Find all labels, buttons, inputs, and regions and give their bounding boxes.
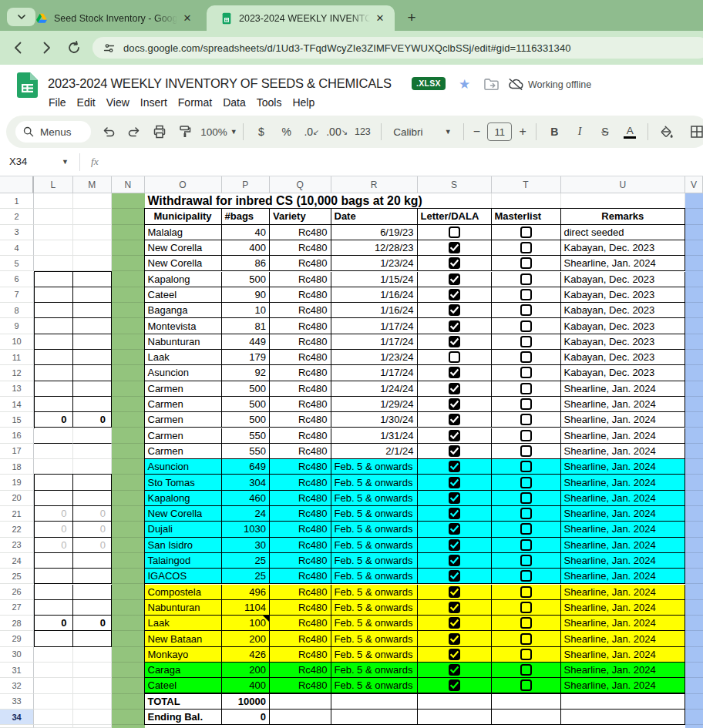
cell-R2[interactable]: Date bbox=[331, 209, 418, 224]
cell-M3[interactable] bbox=[73, 225, 113, 240]
cell-S32[interactable] bbox=[418, 678, 492, 693]
row-header-19[interactable]: 19 bbox=[0, 475, 34, 490]
cell-S11[interactable] bbox=[418, 350, 492, 365]
cell-P5[interactable]: 86 bbox=[222, 256, 271, 271]
cell-Q10[interactable]: Rc480 bbox=[270, 334, 331, 350]
cell-L29[interactable] bbox=[34, 631, 73, 646]
bold-button[interactable]: B bbox=[542, 126, 567, 138]
masterlist-checkbox[interactable] bbox=[520, 414, 532, 425]
cell-U34[interactable] bbox=[561, 710, 686, 725]
cell-L9[interactable] bbox=[34, 318, 73, 334]
masterlist-checkbox[interactable] bbox=[520, 508, 532, 519]
row-header-2[interactable]: 2 bbox=[0, 209, 34, 224]
menu-format[interactable]: Format bbox=[173, 96, 217, 112]
cell-S3[interactable] bbox=[418, 225, 492, 240]
cell-P10[interactable]: 449 bbox=[222, 334, 271, 350]
cell-S34[interactable] bbox=[418, 710, 492, 725]
cell-L21[interactable]: 0 bbox=[34, 506, 73, 522]
cell-T4[interactable] bbox=[492, 240, 561, 256]
empty-cell[interactable] bbox=[492, 193, 561, 209]
cell-T24[interactable] bbox=[492, 553, 561, 569]
cell-O13[interactable]: Carmen bbox=[145, 381, 222, 397]
cell-O16[interactable]: Carmen bbox=[145, 428, 222, 444]
cell-O34[interactable]: Ending Bal. bbox=[145, 710, 222, 725]
cell-S27[interactable] bbox=[418, 600, 492, 616]
row-header-21[interactable]: 21 bbox=[0, 506, 34, 522]
cell-L5[interactable] bbox=[34, 256, 73, 271]
cell-P26[interactable]: 496 bbox=[222, 585, 271, 600]
cell-M12[interactable] bbox=[73, 365, 113, 381]
cell-M9[interactable] bbox=[73, 318, 113, 334]
cell-P19[interactable]: 304 bbox=[222, 475, 271, 490]
masterlist-checkbox[interactable] bbox=[520, 273, 532, 285]
masterlist-checkbox[interactable] bbox=[520, 586, 532, 598]
cell-P12[interactable]: 92 bbox=[222, 365, 271, 381]
cell-R31[interactable]: Feb. 5 & onwards bbox=[331, 663, 418, 678]
cell-Q28[interactable]: Rc480 bbox=[270, 616, 331, 631]
cell-P23[interactable]: 30 bbox=[222, 538, 271, 553]
row-header-27[interactable]: 27 bbox=[0, 600, 34, 616]
cell-S16[interactable] bbox=[418, 428, 492, 444]
empty-cell[interactable] bbox=[561, 193, 686, 209]
star-icon[interactable]: ★ bbox=[459, 76, 470, 92]
cell-U22[interactable]: Shearline, Jan. 2024 bbox=[561, 522, 686, 537]
cell-O3[interactable]: Malalag bbox=[145, 225, 222, 240]
row-header-6[interactable]: 6 bbox=[0, 272, 34, 287]
cell-T32[interactable] bbox=[492, 678, 561, 693]
cell-Q29[interactable]: Rc480 bbox=[270, 631, 331, 646]
browser-tab-inactive[interactable]: Seed Stock Inventory - Google D ✕ bbox=[28, 5, 199, 31]
cell-P29[interactable]: 200 bbox=[222, 631, 271, 646]
cell-P14[interactable]: 500 bbox=[222, 397, 271, 412]
cell-R12[interactable]: 1/17/24 bbox=[331, 365, 418, 381]
cell-U32[interactable]: Shearline, Jan. 2024 bbox=[561, 678, 686, 693]
column-header-V[interactable]: V bbox=[685, 176, 703, 193]
cell-O21[interactable]: New Corella bbox=[145, 506, 222, 522]
cell-R18[interactable]: Feb. 5 & onwards bbox=[331, 459, 418, 475]
cell-P17[interactable]: 550 bbox=[222, 444, 271, 459]
cell-M34[interactable] bbox=[73, 710, 113, 725]
cell-R4[interactable]: 12/28/23 bbox=[331, 240, 418, 256]
cell-R23[interactable]: Feb. 5 & onwards bbox=[331, 538, 418, 553]
name-box-caret-icon[interactable]: ▼ bbox=[62, 158, 69, 166]
cell-O7[interactable]: Cateel bbox=[145, 287, 222, 303]
tab-close-icon[interactable]: ✕ bbox=[180, 12, 194, 25]
cell-R21[interactable]: Feb. 5 & onwards bbox=[331, 506, 418, 522]
name-box[interactable]: X34 bbox=[9, 156, 27, 167]
letter-dala-checkbox[interactable] bbox=[449, 679, 460, 691]
cell-O29[interactable]: New Bataan bbox=[145, 631, 222, 646]
cell-L6[interactable] bbox=[34, 272, 73, 287]
cell-L14[interactable] bbox=[34, 397, 73, 412]
font-family-select[interactable]: Calibri▼ bbox=[388, 126, 456, 138]
cell-S19[interactable] bbox=[418, 475, 492, 490]
cell-T28[interactable] bbox=[492, 616, 561, 631]
increase-decimal-button[interactable]: .00↘ bbox=[325, 126, 350, 138]
cell-O8[interactable]: Baganga bbox=[145, 303, 222, 318]
masterlist-checkbox[interactable] bbox=[520, 523, 532, 535]
cell-Q18[interactable]: Rc480 bbox=[270, 459, 331, 475]
cell-S21[interactable] bbox=[418, 506, 492, 522]
cell-L30[interactable] bbox=[34, 647, 73, 663]
cell-M33[interactable] bbox=[73, 694, 113, 710]
letter-dala-checkbox[interactable] bbox=[449, 242, 460, 253]
cell-R34[interactable] bbox=[331, 710, 418, 725]
forward-icon[interactable] bbox=[39, 40, 54, 55]
cell-Q16[interactable]: Rc480 bbox=[270, 428, 331, 444]
cell-L12[interactable] bbox=[34, 365, 73, 381]
formula-input[interactable] bbox=[108, 153, 694, 171]
menu-tools[interactable]: Tools bbox=[251, 96, 288, 112]
row-header-5[interactable]: 5 bbox=[0, 256, 34, 271]
cell-S7[interactable] bbox=[418, 287, 492, 303]
cell-Q33[interactable] bbox=[270, 694, 331, 710]
letter-dala-checkbox[interactable] bbox=[449, 304, 460, 316]
masterlist-checkbox[interactable] bbox=[520, 570, 532, 582]
cell-U14[interactable]: Shearline, Jan. 2024 bbox=[561, 397, 686, 412]
cell-T13[interactable] bbox=[492, 381, 561, 397]
cell-T34[interactable] bbox=[492, 710, 561, 725]
cell-Q2[interactable]: Variety bbox=[270, 209, 331, 224]
cell-S10[interactable] bbox=[418, 334, 492, 350]
cell-P33[interactable]: 10000 bbox=[222, 694, 271, 710]
row-header-12[interactable]: 12 bbox=[0, 365, 34, 381]
cell-O30[interactable]: Monkayo bbox=[145, 647, 222, 663]
cell-T18[interactable] bbox=[492, 459, 561, 475]
cell-T22[interactable] bbox=[492, 522, 561, 537]
